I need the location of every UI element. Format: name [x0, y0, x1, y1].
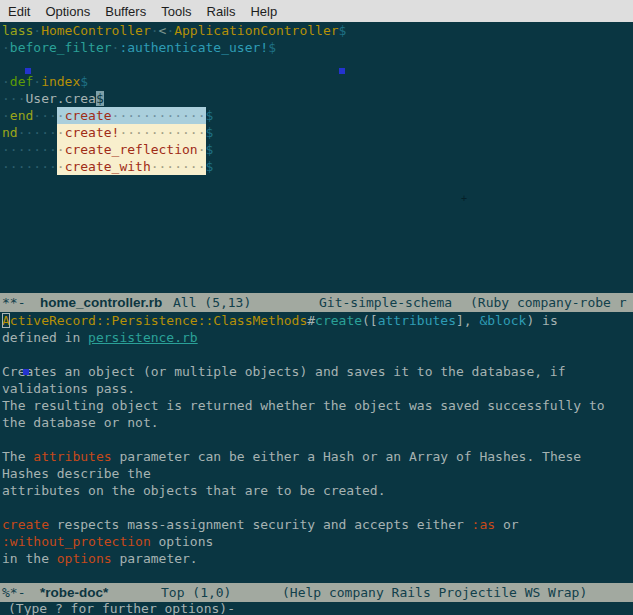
- whitespace-marker: [339, 68, 345, 74]
- completion-item-create-reflection[interactable]: ·create_reflection·: [57, 141, 206, 158]
- eol-marker: $: [206, 108, 214, 123]
- token: ···: [2, 91, 25, 106]
- token: nd: [2, 125, 18, 140]
- vcs-branch[interactable]: Git-simple-schema: [319, 293, 452, 312]
- token: ·: [33, 23, 41, 38]
- buffer-name[interactable]: *robe-doc*: [40, 583, 108, 602]
- token: ·: [57, 142, 65, 157]
- mode-list[interactable]: (Ruby company-robe r: [470, 293, 627, 312]
- doc-line-4: Creates an object (or multiple objects) …: [0, 363, 633, 380]
- token: ·······: [2, 142, 57, 157]
- token: ([: [362, 313, 378, 328]
- token: ···: [33, 108, 56, 123]
- doc-line-14: :without_protection options: [0, 533, 633, 550]
- token: User.crea: [25, 91, 95, 106]
- mouse-pointer-marker: [23, 369, 29, 375]
- menu-buffers[interactable]: Buffers: [105, 4, 146, 19]
- token: ·: [2, 108, 10, 123]
- code-window: lass·HomeController·<·ApplicationControl…: [0, 22, 633, 293]
- token: The: [2, 449, 33, 464]
- eol-marker: $: [206, 142, 214, 157]
- doc-line-7: the database or not.: [0, 414, 633, 431]
- token: attributes: [378, 313, 456, 328]
- doc-line-9: The attributes parameter can be either a…: [0, 448, 633, 465]
- token: ···········: [119, 125, 205, 140]
- completion-item-create[interactable]: ·create············: [57, 107, 206, 124]
- cursor-position: All (5,13): [173, 293, 251, 312]
- modeline-robe-doc: %*- *robe-doc* Top (1,0) (Help company R…: [0, 583, 633, 602]
- menu-tools[interactable]: Tools: [161, 4, 191, 19]
- token: create: [65, 108, 112, 123]
- eol-marker: $: [80, 74, 88, 89]
- doc-line-8: [0, 431, 633, 448]
- doc-line-3: [0, 346, 633, 363]
- whitespace-marker: [25, 68, 31, 74]
- doc-line-11: attributes on the objects that are to be…: [0, 482, 633, 499]
- doc-line-13: create respects mass-assignment security…: [0, 516, 633, 533]
- buffer-state-flags: **-: [2, 293, 25, 312]
- code-line-8: ········create_reflection·$: [0, 141, 633, 158]
- token: HomeController: [41, 23, 151, 38]
- token: create!: [65, 125, 120, 140]
- token: Creates an object (or multiple objects) …: [2, 364, 566, 379]
- token: ·: [198, 142, 206, 157]
- token: respects mass-assignment security and ac…: [49, 517, 472, 532]
- completion-item-create-with[interactable]: ·create_with·······: [57, 158, 206, 175]
- menu-help[interactable]: Help: [250, 4, 277, 19]
- token: ·····: [18, 125, 57, 140]
- token: options: [57, 551, 112, 566]
- token: ·: [2, 74, 10, 89]
- persistence-rb-link[interactable]: persistence.rb: [88, 330, 198, 345]
- code-line-1: lass·HomeController·<·ApplicationControl…: [0, 22, 633, 39]
- token: lass: [2, 23, 33, 38]
- token: #: [307, 313, 315, 328]
- doc-line-12: [0, 499, 633, 516]
- token: :without_protection: [2, 534, 151, 549]
- token: create: [315, 313, 362, 328]
- eol-marker: $: [268, 40, 276, 55]
- code-line-5: ···User.crea$: [0, 90, 633, 107]
- code-line-2: ·before_filter·:authenticate_user!$: [0, 39, 633, 56]
- token: create: [2, 517, 49, 532]
- doc-line-5: validations pass.: [0, 380, 633, 397]
- code-line-7: nd······create!···········$: [0, 124, 633, 141]
- minibuffer[interactable]: (Type ? for further options)-: [0, 602, 633, 615]
- token: create_reflection: [65, 142, 198, 157]
- menu-options[interactable]: Options: [45, 4, 90, 19]
- token: or: [495, 517, 518, 532]
- buffer-name[interactable]: home_controller.rb: [40, 293, 162, 312]
- token: :authenticate_user!: [119, 40, 268, 55]
- doc-line-10: Hashes describe the: [0, 465, 633, 482]
- code-line-6: ·end····create············$: [0, 107, 633, 124]
- token: validations pass.: [2, 381, 135, 396]
- mode-list[interactable]: (Help company Rails Projectile WS Wrap): [282, 583, 587, 602]
- token: &block: [479, 313, 526, 328]
- token: :as: [472, 517, 495, 532]
- token: ·: [151, 23, 159, 38]
- token: end: [10, 108, 33, 123]
- token: in the: [2, 551, 57, 566]
- hollow-cursor: A: [2, 313, 10, 328]
- menu-rails[interactable]: Rails: [207, 4, 236, 19]
- text-cursor: $: [96, 91, 104, 106]
- doc-line-15: in the options parameter.: [0, 550, 633, 567]
- cursor-position: Top (1,0): [161, 583, 231, 602]
- completion-item-create-bang[interactable]: ·create!···········: [57, 124, 206, 141]
- menu-edit[interactable]: Edit: [8, 4, 30, 19]
- token: ············: [112, 108, 206, 123]
- token: ·: [2, 40, 10, 55]
- doc-line-1: ActiveRecord::Persistence::ClassMethods#…: [0, 312, 633, 329]
- doc-line-6: The resulting object is returned whether…: [0, 397, 633, 414]
- token: ·······: [151, 159, 206, 174]
- token: def: [10, 74, 33, 89]
- token: the database or not.: [2, 415, 159, 430]
- token: parameter can be either a Hash or an Arr…: [112, 449, 582, 464]
- token: ·: [57, 159, 65, 174]
- eol-marker: $: [339, 23, 347, 38]
- token: Hashes describe the: [2, 466, 151, 481]
- token: ) is: [526, 313, 557, 328]
- modeline-home-controller: **- home_controller.rb All (5,13) Git-si…: [0, 293, 633, 312]
- token: options: [151, 534, 214, 549]
- token: ctiveRecord::Persistence::ClassMethods: [10, 313, 307, 328]
- token: parameter.: [112, 551, 198, 566]
